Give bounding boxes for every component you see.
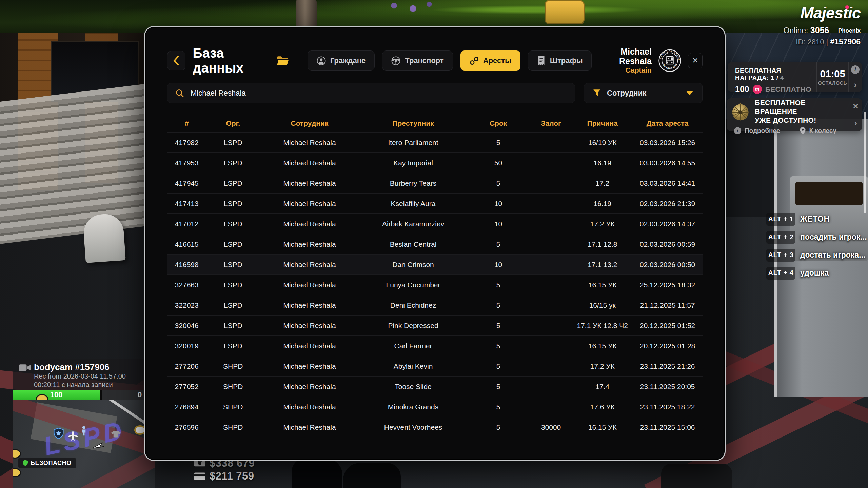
table-row[interactable]: 416598LSPDMichael ReshalaDan Crimson1017…	[167, 254, 703, 274]
table-body: 417982LSPDMichael ReshalaItero Parliamen…	[167, 132, 703, 437]
table-cell: Abylai Kevin	[359, 362, 467, 370]
table-cell: SHPD	[206, 362, 260, 370]
table-cell: 17.1 13.2	[572, 261, 632, 269]
table-row[interactable]: 320046LSPDMichael ReshalaPink Depressed5…	[167, 315, 703, 336]
table-cell: Pink Depressed	[359, 322, 467, 330]
wheel-spin-card: БЕСПЛАТНОЕ ВРАЩЕНИЕ УЖЕ ДОСТУПНО! i Подр…	[727, 98, 862, 131]
citizen-icon	[317, 56, 326, 65]
wheel-details-button[interactable]: i Подробнее	[727, 125, 788, 136]
table-cell: 23.11.2025 18:22	[632, 403, 703, 411]
table-cell: 02.03.2026 00:50	[632, 261, 703, 269]
table-cell: Michael Reshala	[260, 362, 359, 370]
table-cell: 5	[467, 281, 530, 289]
wheel-close-button[interactable]: ✕	[849, 98, 862, 115]
table-cell: Michael Reshala	[260, 342, 359, 350]
page-title: База данных	[193, 46, 289, 76]
table-row[interactable]: 327663LSPDMichael ReshalaLunya Cucumber5…	[167, 274, 703, 295]
table-cell: Michael Reshala	[260, 281, 359, 289]
search-field[interactable]	[167, 83, 575, 103]
table-cell: SHPD	[206, 383, 260, 391]
info-icon: i	[734, 127, 741, 134]
health-bar-divider	[100, 390, 102, 400]
reward-info-button[interactable]: i	[849, 62, 862, 77]
column-header: Сотрудник	[260, 119, 359, 127]
table-cell: 417945	[167, 179, 206, 187]
officer-info: Michael Reshala Captain CITY OF LOS SANT…	[592, 47, 703, 75]
safezone-label: БЕЗОПАСНО	[31, 460, 72, 467]
bank-amount: $211 759	[210, 470, 254, 482]
table-cell: Dan Crimson	[359, 261, 467, 269]
tab-label: Граждане	[330, 56, 366, 65]
table-row[interactable]: 417012LSPDMichael ReshalaAirbek Karamurz…	[167, 214, 703, 234]
tab-arrests[interactable]: Аресты	[460, 50, 520, 71]
table-row[interactable]: 276596SHPDMichael ReshalaHevverit Voorhe…	[167, 417, 703, 437]
filter-dropdown[interactable]: Сотрудник	[584, 83, 703, 103]
bodycam-title: bodycam #157906	[34, 362, 150, 372]
table-cell: 5	[467, 383, 530, 391]
column-header: Срок	[467, 119, 530, 127]
pedestrian-silhouette	[343, 463, 401, 488]
table-cell: Itero Parliament	[359, 139, 467, 147]
search-input[interactable]	[190, 88, 567, 98]
table-cell: 17.2	[572, 179, 632, 187]
yellow-blip	[13, 449, 21, 459]
clothing-blip	[111, 429, 121, 439]
table-row[interactable]: 322023LSPDMichael ReshalaDeni Echidnez51…	[167, 295, 703, 315]
table-cell: Airbek Karamurziev	[359, 220, 467, 228]
table-cell: Michael Reshala	[260, 301, 359, 309]
table-cell: 17.2 УК	[572, 220, 632, 228]
folder-icon	[277, 55, 289, 66]
tab-transport[interactable]: Транспорт	[382, 50, 453, 71]
table-cell: 10	[467, 200, 530, 208]
table-cell: LSPD	[206, 342, 260, 350]
table-row[interactable]: 276894SHPDMichael ReshalaMinokra Grands5…	[167, 396, 703, 417]
table-cell: 03.03.2026 14:41	[632, 179, 703, 187]
chevron-down-icon	[686, 91, 693, 95]
table-row[interactable]: 417945LSPDMichael ReshalaBurberry Tears5…	[167, 173, 703, 193]
table-row[interactable]: 277206SHPDMichael ReshalaAbylai Kevin517…	[167, 356, 703, 376]
fortune-wheel-icon	[731, 102, 750, 121]
table-row[interactable]: 277052SHPDMichael ReshalaToose Slide517.…	[167, 376, 703, 396]
table-row[interactable]: 417982LSPDMichael ReshalaItero Parliamen…	[167, 132, 703, 152]
table-cell: 322023	[167, 301, 206, 309]
column-header: Преступник	[359, 119, 467, 127]
window-close-button[interactable]: ✕	[688, 53, 703, 68]
table-cell: 320046	[167, 322, 206, 330]
plane-blip	[67, 431, 79, 441]
table-row[interactable]: 320019LSPDMichael ReshalaCarl Farmer516.…	[167, 336, 703, 356]
table-cell: 276894	[167, 403, 206, 411]
table-row[interactable]: 417413LSPDMichael ReshalaKselafiliy Aura…	[167, 193, 703, 214]
table-cell: 23.11.2025 21:26	[632, 362, 703, 370]
majestic-logo: Majestic	[801, 3, 861, 22]
tab-citizens[interactable]: Граждане	[308, 50, 375, 71]
table-row[interactable]: 417953LSPDMichael ReshalaKay Imperial501…	[167, 152, 703, 173]
table-cell: 5	[467, 423, 530, 431]
wheel-go-button[interactable]: К колесу	[788, 125, 849, 136]
table-row[interactable]: 416615LSPDMichael ReshalaBeslan Central5…	[167, 234, 703, 254]
player-arrow-icon	[93, 442, 104, 451]
table-cell: 16.19	[572, 200, 632, 208]
police-badge-blip	[54, 428, 64, 439]
search-icon	[176, 89, 184, 97]
reward-next-button[interactable]: ›	[849, 77, 862, 92]
wheel-next-button[interactable]: ›	[849, 115, 862, 131]
table-cell: 16/19 УК	[572, 139, 632, 147]
logo-pink-dot	[845, 5, 849, 9]
hotkey-key: ALT + 4	[766, 267, 795, 280]
table-cell: 5	[467, 362, 530, 370]
yellow-blip	[13, 468, 21, 477]
back-button[interactable]	[167, 51, 185, 70]
table-cell: 23.11.2025 15:06	[632, 423, 703, 431]
tab-fines[interactable]: Штрафы	[528, 50, 592, 71]
health-value: 100	[13, 390, 100, 399]
player-id: ID: 2810 | #157906	[784, 37, 861, 46]
transport-icon	[391, 56, 400, 65]
table-cell: Toose Slide	[359, 383, 467, 391]
online-count: 3056	[810, 25, 829, 35]
pedestrian-silhouette	[292, 458, 342, 488]
table-cell: LSPD	[206, 139, 260, 147]
bodycam-panel: bodycam #157906 Rec from 2026-03-04 11:5…	[13, 359, 155, 390]
table-cell: 327663	[167, 281, 206, 289]
table-cell: 03.03.2026 15:26	[632, 139, 703, 147]
table-cell: 416598	[167, 261, 206, 269]
